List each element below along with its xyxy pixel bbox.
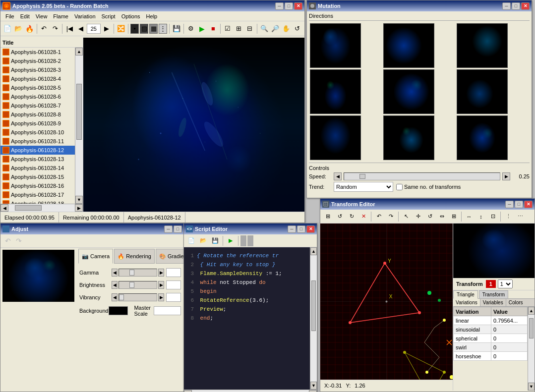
list-item-4[interactable]: Apophysis-061028-4	[0, 74, 75, 83]
script-scrollbar-h[interactable]: ◀ ▶	[184, 390, 317, 392]
list-item-9[interactable]: Apophysis-061028-9	[0, 119, 75, 128]
adjust-minimize-btn[interactable]: ─	[164, 225, 173, 233]
t-tool-2[interactable]: ↺	[334, 211, 345, 222]
script-close-btn[interactable]: ✕	[306, 225, 315, 233]
mode-d-btn[interactable]: ⋮	[159, 24, 167, 34]
brightness-value-input[interactable]: 4	[166, 280, 181, 289]
script-run-btn[interactable]: ▶	[225, 235, 236, 246]
list-scrollbar-horizontal[interactable]: ◀ ▶	[0, 204, 83, 212]
list-item-17[interactable]: Apophysis-061028-17	[0, 190, 75, 199]
tab-transform[interactable]: Transform	[479, 290, 508, 298]
list-item-13[interactable]: Apophysis-061028-13	[0, 155, 75, 164]
menu-file[interactable]: File	[2, 12, 17, 20]
script-scroll-track[interactable]	[310, 255, 317, 382]
list-item-5[interactable]: Apophysis-061028-5	[0, 83, 75, 92]
list-item-16[interactable]: Apophysis-061028-16	[0, 181, 75, 190]
brightness-left-btn[interactable]: ◀	[112, 281, 118, 289]
mutation-cell-3[interactable]	[310, 69, 361, 114]
adjust-undo-btn[interactable]: ↶	[2, 235, 13, 246]
t-tool-3[interactable]: ↻	[346, 211, 357, 222]
variation-value-1[interactable]: 0	[491, 325, 528, 334]
scroll-thumb[interactable]	[76, 84, 82, 140]
menu-flame[interactable]: Flame	[50, 12, 71, 20]
t-select[interactable]: ↖	[401, 211, 412, 222]
t-flip-h[interactable]: ↔	[464, 211, 475, 222]
maximize-button[interactable]: □	[285, 2, 293, 10]
variation-value-0[interactable]: 0.79564...	[491, 316, 528, 325]
menu-script[interactable]: Script	[99, 12, 119, 20]
scroll-up-btn[interactable]: ▲	[75, 48, 83, 56]
script-hscroll-left[interactable]: ◀	[184, 390, 192, 392]
script-hscroll-track[interactable]	[192, 390, 309, 392]
t-extra1[interactable]: ⋮	[503, 211, 514, 222]
brightness-slider[interactable]	[119, 281, 157, 289]
script-code[interactable]: 1{ Rotate the reference tr 2 { Hit any k…	[185, 249, 309, 384]
list-item-15[interactable]: Apophysis-061028-15	[0, 172, 75, 181]
t-tool-4[interactable]: ✕	[358, 211, 369, 222]
mutation-cell-8[interactable]	[457, 115, 508, 160]
variation-row-2[interactable]: spherical0	[454, 334, 528, 343]
list-item-1[interactable]: Apophysis-061028-1	[0, 48, 75, 56]
variation-row-0[interactable]: linear0.79564...	[454, 316, 528, 325]
gamma-slider[interactable]	[119, 269, 157, 277]
speed-slider-track[interactable]	[344, 172, 500, 180]
undo-btn[interactable]: ↶	[39, 23, 49, 35]
mutation-cell-1[interactable]	[383, 23, 434, 68]
script-scrollbar-v[interactable]: ▲ ▼	[310, 247, 317, 390]
background-color-picker[interactable]	[109, 306, 128, 315]
nav-prev-btn[interactable]: ◀	[76, 23, 86, 35]
transform-maximize-btn[interactable]: □	[515, 201, 523, 208]
script-text-area[interactable]: 1{ Rotate the reference tr 2 { Hit any k…	[184, 247, 310, 390]
same-transforms-label[interactable]: Same no. of transforms	[396, 184, 461, 190]
nav-next-btn[interactable]: ▶	[102, 23, 112, 35]
script-side-btn1[interactable]	[240, 235, 246, 246]
hscroll-right-btn[interactable]: ▶	[75, 204, 83, 212]
randomize-btn[interactable]: 🔀	[116, 23, 126, 35]
render-all-btn[interactable]: ▶	[197, 23, 207, 35]
list-item-3[interactable]: Apophysis-061028-3	[0, 65, 75, 74]
menu-options[interactable]: Options	[119, 12, 143, 20]
t-undo[interactable]: ↶	[373, 211, 384, 222]
vibrancy-value-input[interactable]: 1	[166, 293, 181, 302]
variation-row-3[interactable]: swirl0	[454, 343, 528, 352]
hscroll-track[interactable]	[8, 204, 75, 212]
vibrancy-left-btn[interactable]: ◀	[112, 293, 118, 301]
var-scroll-up[interactable]: ▲	[528, 307, 535, 315]
vibrancy-right-btn[interactable]: ▶	[158, 293, 164, 301]
list-item-7[interactable]: Apophysis-061028-7	[0, 101, 75, 110]
mode-c-btn[interactable]: ▦	[149, 24, 158, 34]
script-minimize-btn[interactable]: ─	[288, 225, 296, 233]
mutation-title-bar[interactable]: Mutation ─ □ ✕	[307, 0, 532, 11]
sub-tab-variations[interactable]: Variations	[453, 299, 480, 306]
mutation-maximize-btn[interactable]: □	[512, 2, 520, 10]
tab-triangle[interactable]: Triangle	[453, 290, 478, 299]
save-btn[interactable]: 💾	[172, 23, 181, 35]
nav-first-btn[interactable]: |◀	[64, 23, 74, 35]
mode-b-btn[interactable]: ▨	[140, 24, 148, 34]
menu-edit[interactable]: Edit	[17, 12, 33, 20]
script-scroll-up[interactable]: ▲	[310, 247, 317, 255]
list-item-12[interactable]: Apophysis-061028-12	[0, 146, 75, 155]
scroll-down-btn[interactable]: ▼	[75, 196, 83, 204]
t-move[interactable]: ✛	[413, 211, 423, 222]
transform-minimize-btn[interactable]: ─	[505, 201, 514, 208]
script-new-btn[interactable]: 📄	[186, 235, 197, 246]
copy-btn[interactable]: ⊟	[244, 23, 254, 35]
t-scale[interactable]: ⇔	[436, 211, 447, 222]
mutation-close-btn[interactable]: ✕	[521, 2, 530, 10]
script-scroll-down[interactable]: ▼	[310, 382, 317, 390]
gamma-right-btn[interactable]: ▶	[158, 269, 164, 277]
mutation-minimize-btn[interactable]: ─	[502, 2, 511, 10]
t-redo[interactable]: ↷	[385, 211, 396, 222]
render-settings-btn[interactable]: ⚙	[186, 23, 196, 35]
var-scroll-track[interactable]	[528, 315, 535, 383]
mutation-cell-4[interactable]	[383, 69, 434, 114]
refresh-btn[interactable]: ↺	[293, 23, 302, 35]
script-open-btn[interactable]: 📂	[198, 235, 209, 246]
batch-number-input[interactable]: 25	[87, 24, 101, 34]
open-btn[interactable]: 📂	[13, 23, 23, 35]
master-scale-input[interactable]: 21.3784	[154, 306, 181, 315]
stop-btn[interactable]: ■	[208, 23, 218, 35]
menu-view[interactable]: View	[33, 12, 51, 20]
zoom-out-btn[interactable]: 🔎	[270, 23, 280, 35]
